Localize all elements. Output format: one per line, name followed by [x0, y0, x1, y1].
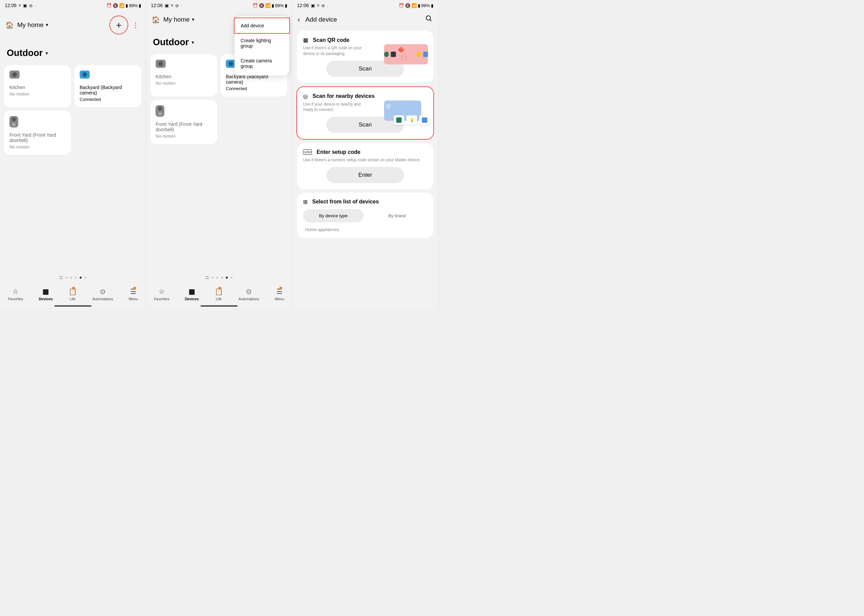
- radar-icon: ◎: [303, 93, 308, 99]
- status-bar: 12:06 ⌗ ▣ ⊖ · ⏰ 🔇 📶 ▮ 89% ▮: [0, 0, 146, 9]
- device-status: No motion: [9, 91, 66, 96]
- device-status: No motion: [9, 145, 66, 149]
- device-status: Connected: [80, 97, 136, 102]
- menu-create-lighting[interactable]: Create lighting group: [234, 33, 289, 53]
- wifi-icon: 📶: [411, 3, 417, 8]
- status-time: 12:06: [151, 3, 163, 8]
- device-card-backyard[interactable]: Backyard (Backyard camera) Connected: [74, 65, 141, 107]
- option-setup-code[interactable]: 1234 Enter setup code Use if there's a n…: [297, 143, 433, 189]
- home-selector[interactable]: My home▼: [163, 16, 195, 23]
- slack-icon: ⌗: [317, 3, 319, 8]
- more-icon: ·: [35, 3, 36, 8]
- qr-icon: ▩: [303, 37, 308, 43]
- device-name: Front Yard (Front Yard doorbell): [9, 132, 66, 143]
- wifi-icon: 📶: [265, 3, 271, 8]
- device-status: No motion: [156, 134, 212, 139]
- search-button[interactable]: [425, 15, 433, 24]
- more-button[interactable]: ⋮: [131, 21, 140, 29]
- image-icon: ▣: [311, 3, 315, 8]
- nav-favorites[interactable]: ☆ Favorites: [8, 288, 23, 301]
- toggle-by-brand[interactable]: By brand: [367, 209, 427, 222]
- slack-icon: ⌗: [19, 3, 21, 8]
- nav-menu[interactable]: ☰ Menu: [129, 288, 138, 301]
- mute-icon: 🔇: [113, 3, 118, 8]
- notification-badge: [218, 287, 221, 289]
- notification-badge: [72, 287, 75, 289]
- devices-grid: Kitchen No motion Backyard (Backyard cam…: [0, 65, 146, 155]
- nav-automations[interactable]: ⊙ Automations: [93, 288, 113, 301]
- status-bar: 12:06 ▣ ⌗ ⊖ · ⏰ 🔇 📶 ▮ 89% ▮: [146, 0, 292, 9]
- alarm-icon: ⏰: [106, 3, 112, 8]
- device-mini-icon: [419, 115, 430, 125]
- play-icon: ⊙: [246, 288, 252, 295]
- signal-icon: ▮: [126, 3, 128, 8]
- back-button[interactable]: ‹: [297, 16, 300, 23]
- nav-life[interactable]: 📋 Life: [215, 288, 223, 301]
- option-scan-qr[interactable]: ▩ Scan QR code Use if there's a QR code …: [297, 31, 433, 83]
- option-title: Enter setup code: [316, 149, 360, 155]
- battery-icon: ▮: [139, 3, 141, 8]
- play-icon: ⊙: [100, 288, 105, 295]
- home-icon: 🏠: [5, 21, 14, 29]
- nav-devices[interactable]: ▦ Devices: [39, 288, 53, 301]
- svg-point-0: [426, 16, 431, 20]
- screen-3-add-device: 12:06 ▣ ⌗ ⊖ · ⏰ 🔇 📶 ▮ 89% ▮ ‹ Add device…: [292, 0, 438, 308]
- mute-icon: 🔇: [259, 3, 264, 8]
- option-scan-nearby[interactable]: ◎ Scan for nearby devices Use if your de…: [296, 86, 434, 140]
- nav-favorites[interactable]: ☆ Favorites: [154, 288, 169, 301]
- select-toggle: By device type By brand: [303, 209, 427, 222]
- status-time: 12:06: [5, 3, 17, 8]
- dnd-icon: ⊖: [175, 3, 179, 8]
- dnd-icon: ⊖: [29, 3, 33, 8]
- device-card-frontyard[interactable]: Front Yard (Front Yard doorbell) No moti…: [150, 100, 217, 144]
- wifi-icon: 📶: [119, 3, 124, 8]
- star-icon: ☆: [159, 288, 165, 295]
- page-indicator[interactable]: [146, 276, 292, 279]
- nav-menu[interactable]: ☰ Menu: [275, 288, 284, 301]
- signal-icon: ▮: [418, 3, 420, 8]
- bottom-nav: ☆ Favorites ▦ Devices 📋 Life ⊙ Automatio…: [146, 282, 292, 308]
- svg-line-1: [430, 20, 432, 21]
- nav-life[interactable]: 📋 Life: [69, 288, 77, 301]
- nav-automations[interactable]: ⊙ Automations: [239, 288, 259, 301]
- device-name: Backyard (Backyard camera): [80, 85, 136, 96]
- bottom-nav: ☆ Favorites ▦ Devices 📋 Life ⊙ Automatio…: [0, 282, 146, 308]
- device-name: Front Yard (Front Yard doorbell): [156, 121, 212, 132]
- status-time: 12:06: [297, 3, 309, 8]
- home-indicator[interactable]: [200, 305, 238, 306]
- page-indicator[interactable]: [0, 276, 146, 279]
- more-icon: ·: [181, 3, 182, 8]
- device-name: Kitchen: [156, 74, 212, 79]
- option-title: Scan for nearby devices: [313, 93, 375, 99]
- menu-create-camera[interactable]: Create camera group: [234, 53, 289, 74]
- qr-visual: �〔〕: [384, 44, 428, 64]
- status-bar: 12:06 ▣ ⌗ ⊖ · ⏰ 🔇 📶 ▮ 89% ▮: [292, 0, 438, 9]
- menu-add-device[interactable]: Add device: [234, 17, 290, 34]
- option-title: Select from list of devices: [312, 199, 379, 205]
- home-selector[interactable]: My home▼: [17, 21, 49, 29]
- option-desc: Use if your device is nearby and ready t…: [303, 102, 367, 113]
- room-selector[interactable]: Outdoor▼: [0, 38, 146, 65]
- device-status: Connected: [226, 86, 282, 91]
- device-card-kitchen[interactable]: Kitchen No motion: [150, 54, 217, 96]
- home-indicator[interactable]: [54, 305, 91, 306]
- device-name: Kitchen: [9, 85, 66, 90]
- enter-code-button[interactable]: Enter: [326, 167, 404, 183]
- toggle-by-type[interactable]: By device type: [303, 209, 364, 222]
- app-header: 🏠 My home▼ ＋ ⋮: [0, 9, 146, 38]
- add-dropdown-menu: Add device Create lighting group Create …: [234, 16, 289, 75]
- dnd-icon: ⊖: [321, 3, 325, 8]
- option-title: Scan QR code: [313, 37, 349, 43]
- device-card-frontyard[interactable]: Front Yard (Front Yard doorbell) No moti…: [4, 111, 71, 155]
- more-icon: ·: [327, 3, 328, 8]
- nav-devices[interactable]: ▦ Devices: [185, 288, 199, 301]
- add-button[interactable]: ＋: [109, 16, 128, 35]
- signal-icon: ▮: [272, 3, 274, 8]
- doorbell-icon: [156, 105, 164, 117]
- battery-percent: 89%: [275, 3, 284, 8]
- device-card-kitchen[interactable]: Kitchen No motion: [4, 65, 71, 107]
- star-icon: ☆: [13, 288, 19, 295]
- battery-percent: 89%: [129, 3, 138, 8]
- screen-1-devices: 12:06 ⌗ ▣ ⊖ · ⏰ 🔇 📶 ▮ 89% ▮ 🏠 My home▼ ＋…: [0, 0, 146, 308]
- option-desc: Use if there's a QR code on your device …: [303, 45, 367, 57]
